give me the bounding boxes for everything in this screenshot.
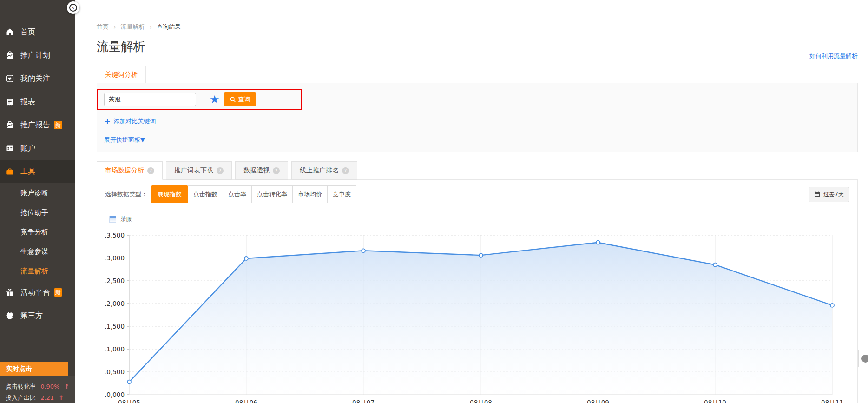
svg-text:08月06: 08月06 [235,399,257,403]
help-icon[interactable]: ? [217,167,224,174]
breadcrumb: 首页 › 流量解析 › 查询结果 [97,23,858,31]
tab-label: 推广词表下载 [174,166,213,175]
breadcrumb-home[interactable]: 首页 [97,23,109,31]
svg-text:12,500: 12,500 [105,277,125,284]
activity-icon [5,288,14,297]
datatype-label: 选择数据类型： [105,190,147,198]
help-icon[interactable]: ? [273,167,280,174]
tab-promo-wordlist-download[interactable]: 推广词表下载 ? [166,161,232,180]
svg-text:12,000: 12,000 [105,300,125,307]
stat-value: 0.90% [40,383,59,390]
traffic-chart-svg: 13,50013,00012,50012,00011,50011,00010,5… [105,224,857,403]
keyword-panel: ★ 查询 + 添加对比关键词 展开快捷面板▼ [97,83,858,152]
sidebar-item-label: 首页 [20,27,35,37]
report-icon [5,97,14,106]
realtime-click-header[interactable]: 实时点击 [0,362,68,376]
campaign-icon [5,51,14,60]
svg-text:08月05: 08月05 [118,399,140,403]
query-button[interactable]: 查询 [224,92,256,106]
stat-click-conversion: 点击转化率 0.90% ↑ [6,383,69,391]
sidebar-item-label: 报表 [20,97,35,107]
favorites-icon [5,74,14,83]
sidebar-item-label: 工具 [20,167,35,177]
floating-helper-widget[interactable] [858,350,868,367]
sidebar-item-favorites[interactable]: 我的关注 [0,67,75,90]
keyword-input[interactable] [104,93,196,106]
helper-icon [861,355,868,363]
sidebar-item-thirdparty[interactable]: 第三方 [0,304,75,327]
sidebar-item-campaigns[interactable]: 推广计划 [0,44,75,67]
stat-label: 投入产出比 [6,394,36,401]
svg-text:08月09: 08月09 [587,399,609,403]
sidebar-item-label: 推广计划 [20,51,50,60]
breadcrumb-query-result: 查询结果 [157,23,181,31]
breadcrumb-separator: › [150,23,152,31]
new-badge: 新 [54,288,62,297]
sidebar-item-home[interactable]: 首页 [0,20,75,44]
datatype-click-conversion[interactable]: 点击转化率 [251,185,293,203]
add-compare-keyword-link[interactable]: + 添加对比关键词 [104,117,857,126]
svg-text:08月08: 08月08 [470,399,492,403]
sidebar-item-label: 账户 [20,144,35,153]
tab-data-pivot[interactable]: 数据透视 ? [235,161,288,180]
realtime-stats-panel: 实时点击 点击转化率 0.90% ↑ 投入产出比 2.21 ↑ [0,362,75,403]
sidebar: ‹ 首页 推广计划 我的关注 报 [0,0,75,403]
datatype-competition[interactable]: 竞争度 [327,185,356,203]
new-badge: 新 [54,121,62,129]
date-range-button[interactable]: 过去7天 [809,187,849,202]
expand-quick-panel-link[interactable]: 展开快捷面板▼ [104,136,857,144]
realtime-stats-body: 点击转化率 0.90% ↑ 投入产出比 2.21 ↑ [0,376,75,403]
query-button-label: 查询 [238,95,250,104]
svg-text:11,500: 11,500 [105,323,125,330]
promo-report-icon [5,120,14,130]
svg-text:13,500: 13,500 [105,231,125,239]
sidebar-item-tools[interactable]: 工具 [0,160,75,183]
date-range-label: 过去7天 [823,191,844,198]
tab-market-data-analysis[interactable]: 市场数据分析 ? [97,161,163,180]
tab-keyword-analysis[interactable]: 关键词分析 [97,66,146,83]
svg-text:11,000: 11,000 [105,345,125,353]
svg-text:08月07: 08月07 [352,399,375,403]
stat-label: 点击转化率 [6,383,36,390]
how-to-use-link[interactable]: 如何利用流量解析 [809,52,858,60]
sidebar-subitem-business-advisor[interactable]: 生意参谋 [0,242,75,261]
sidebar-subitem-account-diagnosis[interactable]: 账户诊断 [0,183,75,203]
thirdparty-icon [5,311,14,320]
tools-icon [5,167,14,176]
star-icon[interactable]: ★ [210,94,220,105]
result-tabs: 市场数据分析 ? 推广词表下载 ? 数据透视 ? 线上推广排名 ? [97,161,858,180]
datatype-market-avg-price[interactable]: 市场均价 [292,185,328,203]
sidebar-item-promo-report[interactable]: 推广报告 新 [0,113,75,137]
tab-label: 市场数据分析 [105,166,144,175]
sidebar-item-label: 第三方 [20,311,43,321]
plus-icon: + [104,118,111,126]
datatype-click-rate[interactable]: 点击率 [223,185,252,203]
help-icon[interactable]: ? [342,167,349,174]
sidebar-item-activity-platform[interactable]: 活动平台 新 [0,281,75,304]
datatype-click-index[interactable]: 点击指数 [188,185,223,203]
sidebar-item-account[interactable]: 账户 [0,137,75,160]
highlight-box: ★ 查询 [97,89,302,110]
datatype-button-group: 展现指数 点击指数 点击率 点击转化率 市场均价 竞争度 [151,185,356,203]
sidebar-collapse-button[interactable]: ‹ [67,1,79,14]
main-content: 首页 › 流量解析 › 查询结果 流量解析 如何利用流量解析 关键词分析 ★ 查… [75,0,868,403]
sidebar-item-reports[interactable]: 报表 [0,90,75,113]
chevron-left-icon: ‹ [69,4,77,12]
svg-text:08月10: 08月10 [704,399,726,403]
tab-online-promo-ranking[interactable]: 线上推广排名 ? [291,161,357,180]
datatype-row: 选择数据类型： 展现指数 点击指数 点击率 点击转化率 市场均价 竞争度 过去7… [97,180,857,209]
legend-swatch-icon [109,216,116,223]
sidebar-subitem-traffic-analysis[interactable]: 流量解析 [0,261,75,281]
datatype-impression-index[interactable]: 展现指数 [151,185,188,203]
sidebar-subitem-competition-analysis[interactable]: 竞争分析 [0,222,75,242]
stat-roi: 投入产出比 2.21 ↑ [6,394,69,402]
home-icon [5,27,14,37]
sidebar-subitem-rank-assistant[interactable]: 抢位助手 [0,203,75,222]
legend-label: 茶服 [120,215,132,223]
breadcrumb-separator: › [113,23,116,31]
tab-label: 线上推广排名 [300,166,339,175]
breadcrumb-traffic-analysis[interactable]: 流量解析 [121,23,145,31]
sidebar-nav: 首页 推广计划 我的关注 报表 [0,0,75,327]
help-icon[interactable]: ? [147,167,154,174]
account-icon [5,144,14,153]
